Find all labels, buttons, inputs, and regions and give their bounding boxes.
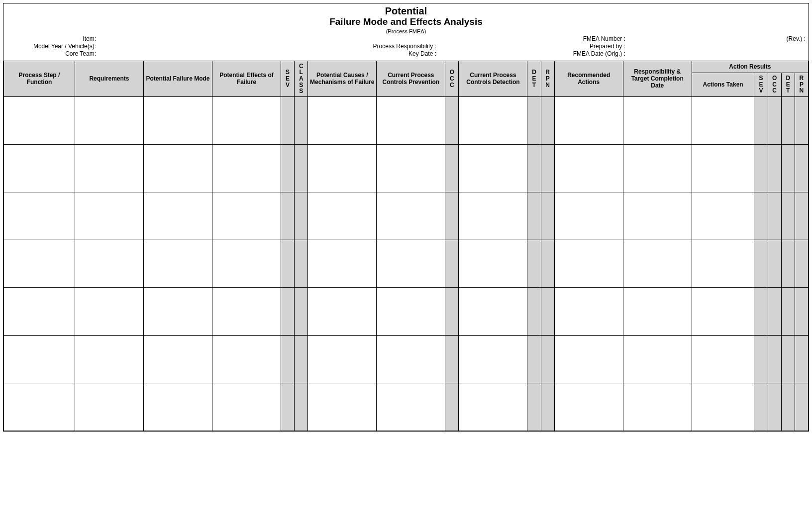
cell[interactable] — [692, 192, 754, 240]
cell[interactable] — [308, 335, 377, 383]
cell[interactable] — [445, 96, 459, 144]
cell[interactable] — [143, 144, 212, 192]
cell[interactable] — [295, 96, 308, 144]
cell[interactable] — [795, 240, 808, 287]
cell[interactable] — [143, 335, 212, 383]
cell[interactable] — [4, 383, 75, 431]
cell[interactable] — [295, 335, 308, 383]
cell[interactable] — [527, 383, 541, 431]
cell[interactable] — [459, 144, 527, 192]
cell[interactable] — [692, 96, 754, 144]
cell[interactable] — [212, 383, 281, 431]
cell[interactable] — [4, 96, 75, 144]
cell[interactable] — [308, 96, 377, 144]
cell[interactable] — [623, 335, 692, 383]
cell[interactable] — [4, 192, 75, 240]
cell[interactable] — [377, 240, 445, 287]
cell[interactable] — [4, 144, 75, 192]
cell[interactable] — [754, 96, 768, 144]
cell[interactable] — [541, 383, 554, 431]
cell[interactable] — [527, 335, 541, 383]
cell[interactable] — [623, 287, 692, 335]
cell[interactable] — [768, 335, 781, 383]
cell[interactable] — [623, 240, 692, 287]
cell[interactable] — [143, 383, 212, 431]
cell[interactable] — [308, 144, 377, 192]
cell[interactable] — [75, 335, 143, 383]
cell[interactable] — [308, 287, 377, 335]
cell[interactable] — [445, 335, 459, 383]
cell[interactable] — [692, 144, 754, 192]
cell[interactable] — [281, 96, 295, 144]
cell[interactable] — [692, 383, 754, 431]
cell[interactable] — [795, 144, 808, 192]
cell[interactable] — [445, 287, 459, 335]
cell[interactable] — [295, 383, 308, 431]
cell[interactable] — [781, 240, 795, 287]
cell[interactable] — [554, 144, 623, 192]
cell[interactable] — [781, 287, 795, 335]
cell[interactable] — [554, 96, 623, 144]
cell[interactable] — [75, 287, 143, 335]
cell[interactable] — [212, 240, 281, 287]
cell[interactable] — [459, 192, 527, 240]
cell[interactable] — [377, 192, 445, 240]
cell[interactable] — [527, 96, 541, 144]
cell[interactable] — [445, 144, 459, 192]
cell[interactable] — [459, 383, 527, 431]
cell[interactable] — [281, 335, 295, 383]
cell[interactable] — [308, 192, 377, 240]
cell[interactable] — [795, 192, 808, 240]
cell[interactable] — [281, 240, 295, 287]
cell[interactable] — [445, 192, 459, 240]
cell[interactable] — [295, 192, 308, 240]
cell[interactable] — [541, 240, 554, 287]
cell[interactable] — [459, 335, 527, 383]
cell[interactable] — [377, 383, 445, 431]
cell[interactable] — [541, 192, 554, 240]
cell[interactable] — [143, 240, 212, 287]
cell[interactable] — [143, 287, 212, 335]
cell[interactable] — [445, 240, 459, 287]
cell[interactable] — [527, 192, 541, 240]
cell[interactable] — [781, 383, 795, 431]
cell[interactable] — [212, 192, 281, 240]
cell[interactable] — [781, 96, 795, 144]
cell[interactable] — [295, 144, 308, 192]
cell[interactable] — [781, 144, 795, 192]
cell[interactable] — [281, 383, 295, 431]
cell[interactable] — [541, 335, 554, 383]
cell[interactable] — [554, 335, 623, 383]
cell[interactable] — [623, 383, 692, 431]
cell[interactable] — [295, 287, 308, 335]
cell[interactable] — [4, 240, 75, 287]
cell[interactable] — [795, 335, 808, 383]
cell[interactable] — [754, 192, 768, 240]
cell[interactable] — [541, 96, 554, 144]
cell[interactable] — [75, 192, 143, 240]
cell[interactable] — [459, 240, 527, 287]
cell[interactable] — [768, 287, 781, 335]
cell[interactable] — [281, 192, 295, 240]
cell[interactable] — [768, 96, 781, 144]
cell[interactable] — [281, 144, 295, 192]
cell[interactable] — [692, 240, 754, 287]
cell[interactable] — [692, 287, 754, 335]
cell[interactable] — [212, 96, 281, 144]
cell[interactable] — [795, 287, 808, 335]
cell[interactable] — [754, 287, 768, 335]
cell[interactable] — [212, 287, 281, 335]
cell[interactable] — [4, 335, 75, 383]
cell[interactable] — [377, 144, 445, 192]
cell[interactable] — [527, 287, 541, 335]
cell[interactable] — [541, 144, 554, 192]
cell[interactable] — [459, 287, 527, 335]
cell[interactable] — [527, 240, 541, 287]
cell[interactable] — [541, 287, 554, 335]
cell[interactable] — [754, 335, 768, 383]
cell[interactable] — [75, 383, 143, 431]
cell[interactable] — [795, 383, 808, 431]
cell[interactable] — [295, 240, 308, 287]
cell[interactable] — [377, 287, 445, 335]
cell[interactable] — [781, 335, 795, 383]
